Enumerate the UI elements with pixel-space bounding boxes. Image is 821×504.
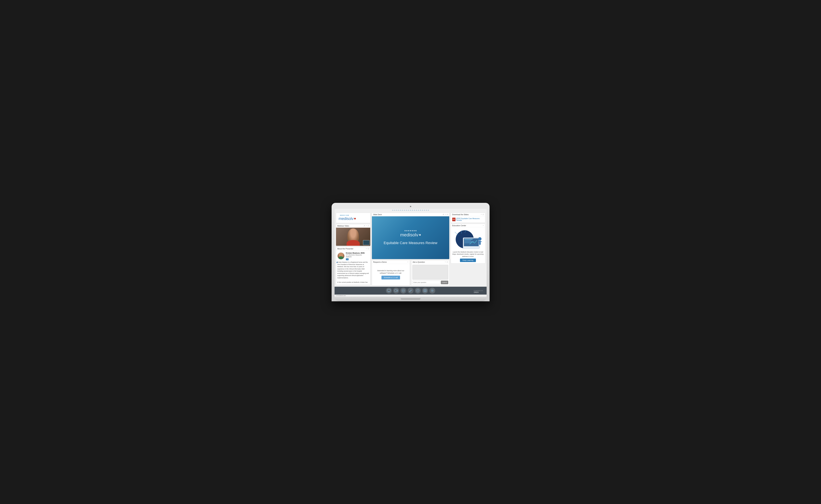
demo-content: Interested in learning more about our so… — [372, 264, 410, 285]
toolbar-settings-icon[interactable] — [429, 288, 435, 294]
toolbar-survey-icon[interactable] — [415, 288, 421, 294]
bottom-center-row: Request a Demo − Interested in learning … — [372, 260, 449, 285]
presenter-panel-controls[interactable]: − □ — [366, 248, 369, 250]
keep-learning-button[interactable]: Keep Learning — [460, 259, 476, 262]
qa-close-icon[interactable]: □ — [447, 261, 448, 263]
slide-deck-controls[interactable]: ⤢ − □ — [443, 214, 448, 215]
submit-question-button[interactable]: Submit — [441, 281, 448, 284]
logo-area: medisolv — [336, 213, 370, 223]
presenter-top: Kristen Beatson, BSN VP, Electronic Meas… — [337, 252, 369, 260]
presenter-panel-header: About the Presenter − □ — [336, 247, 370, 251]
svg-rect-6 — [464, 241, 474, 242]
right-panel: Download the Slides − □ PDF [ — [451, 213, 485, 285]
toolbar-slide-icon[interactable] — [386, 288, 392, 294]
webinar-video-panel: Webinar Video ⤢ − □ — [336, 224, 370, 246]
toolbar-pencil-icon[interactable] — [408, 288, 414, 294]
on24-brand: ON24 — [474, 291, 483, 293]
webinar-expand-icon[interactable]: ⤢ — [364, 225, 365, 227]
presenter-info: Kristen Beatson, BSN VP, Electronic Meas… — [346, 252, 369, 260]
video-person — [347, 228, 359, 243]
svg-point-8 — [478, 237, 481, 240]
svg-line-23 — [411, 290, 412, 290]
download-panel-controls[interactable]: − □ — [481, 214, 484, 215]
main-layout: medisolv Webinar Video ⤢ − □ — [335, 211, 487, 287]
qa-input-row: Submit — [412, 281, 448, 284]
edu-panel-controls[interactable]: − — [483, 225, 484, 226]
webinar-minimize-icon[interactable]: − — [366, 225, 367, 227]
laptop-camera — [410, 206, 411, 207]
presenter-panel-title: About the Presenter — [337, 248, 354, 250]
download-minimize-icon[interactable]: − — [481, 214, 482, 215]
svg-rect-18 — [395, 290, 397, 292]
svg-rect-15 — [387, 289, 390, 291]
svg-rect-26 — [424, 289, 426, 292]
laptop-bottom — [335, 297, 487, 301]
center-panel: Slide Deck ⤢ − □ m — [372, 213, 449, 285]
powered-by-label: POWERED BY — [474, 290, 483, 291]
edu-minimize-icon[interactable]: − — [483, 225, 484, 226]
webinar-panel-title: Webinar Video — [337, 225, 349, 227]
svg-point-32 — [431, 289, 433, 292]
email-icon[interactable] — [346, 258, 349, 260]
presenter-bio: Kristen Beatson is a Registered Nurse an… — [337, 261, 369, 283]
slide-logo-dot — [419, 234, 421, 236]
logo-red-dot — [354, 218, 356, 219]
presenter-avatar — [337, 252, 345, 260]
presenter-close-icon[interactable]: □ — [368, 248, 369, 250]
svg-rect-9 — [479, 241, 481, 245]
svg-point-20 — [403, 290, 403, 291]
logo-dots — [339, 215, 349, 216]
question-input[interactable] — [412, 281, 440, 284]
demo-panel-controls[interactable]: − — [407, 261, 408, 263]
toolbar-video-icon[interactable] — [393, 288, 399, 294]
bottom-toolbar: POWERED BY ON24 — [335, 287, 487, 295]
about-presenter-panel: About the Presenter − □ Kristen Beatson,… — [336, 247, 370, 285]
schedule-call-button[interactable]: Schedule a 1:1 call — [381, 276, 400, 279]
webinar-close-icon[interactable]: □ — [368, 225, 369, 227]
toolbar-table-icon[interactable] — [422, 288, 428, 294]
slide-deck-title: Slide Deck — [373, 214, 382, 216]
education-center-panel: Education Center − — [451, 224, 485, 264]
slide-logo-text: medisolv — [400, 232, 421, 238]
webinar-panel-header: Webinar Video ⤢ − □ — [336, 224, 370, 228]
slide-close-icon[interactable]: □ — [447, 214, 448, 215]
qa-minimize-icon[interactable]: − — [445, 261, 446, 263]
presenter-company: Medisolv — [346, 256, 369, 258]
demo-minimize-icon[interactable]: − — [407, 261, 408, 263]
url-bar: is-lImedisolv.com — [335, 295, 487, 297]
download-panel-title: Download the Slides — [452, 214, 469, 216]
pdf-label[interactable]: [PDF] Equitable Care Measures Review — [456, 218, 484, 221]
laptop-screen: medisolv Webinar Video ⤢ − □ — [335, 209, 487, 297]
edu-panel-header: Education Center − — [451, 224, 485, 227]
toolbar-chat-icon[interactable] — [400, 288, 406, 294]
logo-text: medisolv — [339, 216, 356, 221]
presenter-content: Kristen Beatson, BSN VP, Electronic Meas… — [336, 251, 370, 285]
video-thumbnail — [336, 228, 370, 246]
qa-panel-title: Ask a Question — [413, 261, 425, 263]
slide-minimize-icon[interactable]: − — [445, 214, 446, 215]
qa-content: Submit — [411, 264, 449, 285]
demo-panel-header: Request a Demo − — [372, 260, 410, 264]
slide-expand-icon[interactable]: ⤢ — [443, 214, 444, 215]
bio-arrow — [336, 262, 337, 263]
webinar-panel-controls[interactable]: ⤢ − □ — [364, 225, 369, 227]
edu-panel-title: Education Center — [452, 225, 466, 227]
laptop-shell: medisolv Webinar Video ⤢ − □ — [332, 203, 490, 301]
presenter-minimize-icon[interactable]: − — [366, 248, 367, 250]
qa-panel-controls[interactable]: − □ — [445, 261, 448, 263]
laptop-hinge — [401, 298, 420, 300]
pdf-item[interactable]: PDF [PDF] Equitable Care Measures Review — [452, 218, 484, 221]
powered-by: POWERED BY ON24 — [474, 290, 483, 293]
url-text: is-lImedisolv.com — [336, 295, 346, 296]
svg-line-12 — [455, 232, 458, 235]
edu-illustration — [453, 229, 483, 250]
top-decoration — [335, 209, 487, 211]
screen-content: medisolv Webinar Video ⤢ − □ — [335, 209, 487, 297]
download-close-icon[interactable]: □ — [483, 214, 484, 215]
svg-rect-4 — [464, 239, 473, 240]
svg-line-11 — [481, 241, 482, 242]
demo-description: Interested in learning more about our so… — [374, 269, 408, 274]
request-demo-panel: Request a Demo − Interested in learning … — [372, 260, 410, 285]
slide-content: medisolv Equitable Care Measures Review — [372, 216, 449, 259]
svg-point-31 — [432, 290, 433, 291]
